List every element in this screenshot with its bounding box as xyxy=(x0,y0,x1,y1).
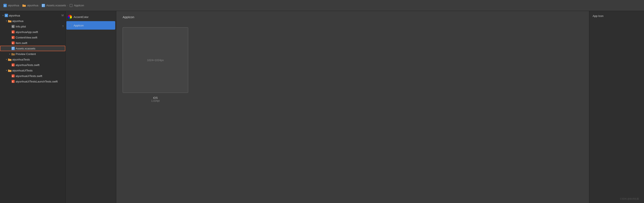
svg-text:A: A xyxy=(4,5,6,7)
asset-accentcolor-label: AccentColor xyxy=(74,16,88,18)
breadcrumb-group-label: aiyunhua xyxy=(27,4,38,7)
sidebar-item-swift-label: Item.swift xyxy=(16,42,65,44)
sidebar-item-uitests-group[interactable]: aiyunhuaUITests xyxy=(0,68,65,73)
svg-rect-3 xyxy=(42,4,43,5)
sidebar-preview-label: Preview Content xyxy=(16,52,65,56)
editor-area: AppIcon 1024×1024px iOS 1,024pt xyxy=(116,11,589,203)
appicon-os-size: 1,024pt xyxy=(151,100,160,102)
appicon-canvas: 1024×1024px iOS 1,024pt xyxy=(123,27,188,102)
sidebar-uitests-launch-label: aiyunhuaUITestsLaunchTests.swift xyxy=(16,80,65,83)
sidebar-assets-label: Assets.xcassets xyxy=(16,47,65,50)
breadcrumb-sep-1: › xyxy=(20,4,21,7)
sidebar-app-swift-label: aiyunhuaApp.swift xyxy=(16,30,65,34)
sidebar-item-infoplist[interactable]: PL Info.plist ? xyxy=(0,24,65,29)
sidebar-item-app-swift[interactable]: S aiyunhuaApp.swift xyxy=(0,29,65,35)
sidebar-item-assets[interactable]: Assets.xcassets xyxy=(0,46,65,51)
svg-rect-22 xyxy=(13,49,14,50)
chevron-root xyxy=(2,14,4,17)
right-panel: App Icon xyxy=(589,11,644,203)
sidebar-item-uitests-launch[interactable]: S aiyunhuaUITestsLaunchTests.swift xyxy=(0,79,65,84)
svg-rect-5 xyxy=(42,6,43,6)
project-root-icon: A xyxy=(5,14,8,17)
watermark: CSDN @技术杜甫 xyxy=(620,197,639,200)
svg-rect-4 xyxy=(44,4,44,5)
svg-text:PL: PL xyxy=(12,26,14,28)
asset-list-panel: AccentColor AppIcon xyxy=(66,11,116,203)
appicon-thumb-icon xyxy=(68,23,72,28)
sidebar-infoplist-label: Info.plist xyxy=(16,25,65,28)
file-navigator: A aiyunhua M aiyunhua PL xyxy=(0,11,66,203)
svg-rect-20 xyxy=(13,47,14,48)
appicon-breadcrumb-icon xyxy=(69,4,73,7)
sidebar-item-preview[interactable]: Preview Content xyxy=(0,51,65,57)
svg-text:S: S xyxy=(12,31,13,33)
appicon-subtitle: iOS 1,024pt xyxy=(151,96,160,102)
breadcrumb-assets-label: Assets.xcassets xyxy=(46,4,66,7)
xcassets-icon xyxy=(42,4,45,7)
swift-icon-contentview: S xyxy=(12,36,15,39)
sidebar-tests-swift-label: aiyunhuaTests.swift xyxy=(16,64,65,66)
sidebar-badge-m: M xyxy=(62,14,64,17)
appicon-size-label: 1024×1024px xyxy=(147,58,164,62)
sidebar-item-contentview[interactable]: S ContentView.swift xyxy=(0,35,65,40)
xcassets-sidebar-icon xyxy=(12,47,15,50)
chevron-uitests xyxy=(5,69,8,72)
swift-icon-launch: S xyxy=(12,80,15,83)
svg-text:S: S xyxy=(12,64,13,66)
sidebar-item-tests-swift[interactable]: S aiyunhuaTests.swift xyxy=(0,62,65,68)
sidebar-root-label: aiyunhua xyxy=(9,14,65,17)
breadcrumb-sep-3: › xyxy=(67,4,68,7)
chevron-tests xyxy=(5,58,8,61)
editor-content: AppIcon 1024×1024px iOS 1,024pt xyxy=(116,11,589,203)
sidebar-contentview-label: ContentView.swift xyxy=(16,36,65,39)
sidebar-aiyunhua-group-label: aiyunhua xyxy=(12,20,65,23)
breadcrumb-project[interactable]: A aiyunhua xyxy=(4,4,19,7)
appicon-os-name: iOS xyxy=(151,96,160,100)
swift-icon-tests: S xyxy=(12,63,15,66)
folder-icon-uitests xyxy=(8,69,12,72)
project-icon: A xyxy=(4,4,7,7)
editor-title: AppIcon xyxy=(123,15,134,19)
sidebar-item-aiyunhua-group[interactable]: aiyunhua xyxy=(0,18,65,24)
main-content: A aiyunhua M aiyunhua PL xyxy=(0,11,644,203)
appicon-drop-zone[interactable]: 1024×1024px xyxy=(123,27,188,93)
sidebar-item-item-swift[interactable]: S Item.swift xyxy=(0,40,65,46)
asset-item-accentcolor[interactable]: AccentColor xyxy=(66,13,116,21)
plist-icon: PL xyxy=(12,25,15,28)
swift-icon-app: S xyxy=(12,30,15,34)
folder-icon-aiyunhua xyxy=(8,19,12,23)
svg-rect-19 xyxy=(12,47,13,48)
svg-text:S: S xyxy=(12,81,13,83)
asset-appicon-label: AppIcon xyxy=(74,24,84,27)
svg-text:S: S xyxy=(12,75,13,77)
sidebar-item-tests-group[interactable]: aiyunhuaTests xyxy=(0,57,65,62)
right-panel-title: App Icon xyxy=(592,14,640,18)
svg-rect-2 xyxy=(42,4,45,7)
sidebar-tests-label: aiyunhuaTests xyxy=(12,58,65,61)
breadcrumb-appicon-label: AppIcon xyxy=(74,4,84,7)
sidebar-badge-q: ? xyxy=(62,25,64,28)
swift-icon-item: S xyxy=(12,41,15,44)
breadcrumb-appicon[interactable]: AppIcon xyxy=(69,4,84,7)
sidebar-uitests-swift-label: aiyunhuaUITests.swift xyxy=(16,74,65,78)
svg-rect-7 xyxy=(70,4,72,7)
asset-item-appicon[interactable]: AppIcon xyxy=(66,21,115,30)
sidebar-item-root[interactable]: A aiyunhua M xyxy=(0,13,65,18)
svg-text:S: S xyxy=(12,37,13,39)
folder-icon-tests xyxy=(8,58,12,61)
folder-icon-1 xyxy=(22,4,26,7)
swift-icon-uitests: S xyxy=(12,74,15,78)
chevron-aiyunhua xyxy=(5,20,8,22)
breadcrumb-project-label: aiyunhua xyxy=(8,4,19,7)
accentcolor-icon xyxy=(68,15,72,19)
svg-rect-6 xyxy=(44,6,44,6)
sidebar-item-uitests-swift[interactable]: S aiyunhuaUITests.swift xyxy=(0,73,65,79)
sidebar-uitests-label: aiyunhuaUITests xyxy=(12,69,65,72)
svg-text:S: S xyxy=(12,42,13,44)
svg-text:A: A xyxy=(6,14,7,17)
breadcrumb-assets[interactable]: Assets.xcassets xyxy=(42,4,66,7)
breadcrumb-sep-2: › xyxy=(40,4,40,7)
breadcrumb-group[interactable]: aiyunhua xyxy=(22,4,38,7)
top-bar: A aiyunhua › aiyunhua › xyxy=(0,0,644,11)
svg-rect-18 xyxy=(12,47,15,50)
